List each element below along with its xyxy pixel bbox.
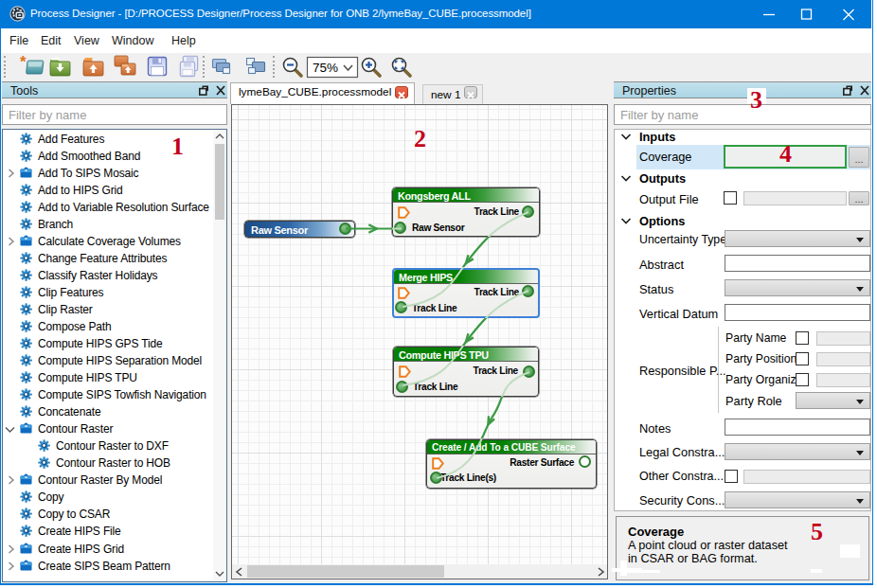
- svg-text:75%: 75%: [313, 61, 338, 75]
- svg-text:*: *: [20, 54, 27, 71]
